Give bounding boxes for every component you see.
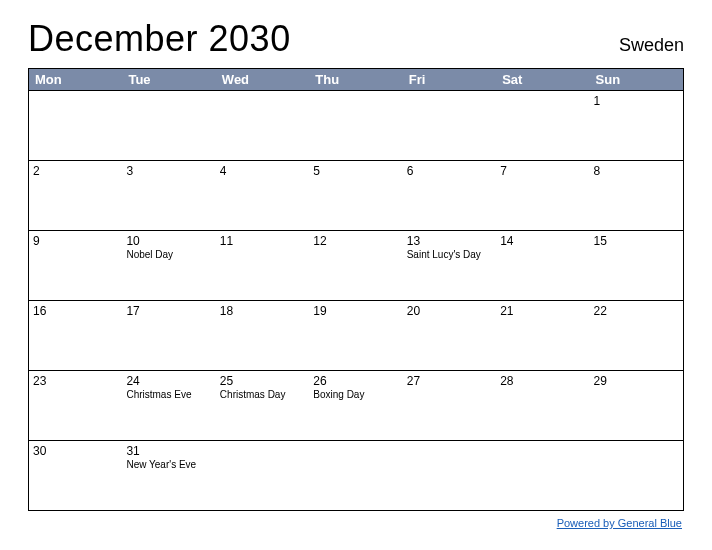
day-number: 7 xyxy=(500,164,585,178)
day-header-fri: Fri xyxy=(403,69,496,90)
calendar-cell: 4 xyxy=(216,160,309,230)
calendar-cell: 9 xyxy=(29,230,122,300)
calendar-cell: 2 xyxy=(29,160,122,230)
calendar-cell: 18 xyxy=(216,300,309,370)
day-header-thu: Thu xyxy=(309,69,402,90)
calendar-header: December 2030 Sweden xyxy=(28,18,684,60)
calendar-cell: 16 xyxy=(29,300,122,370)
calendar-cell xyxy=(216,90,309,160)
calendar-cell: 30 xyxy=(29,440,122,510)
day-number: 16 xyxy=(33,304,118,318)
calendar-cell: 21 xyxy=(496,300,589,370)
day-number: 24 xyxy=(126,374,211,388)
event-label: Christmas Day xyxy=(220,389,305,400)
calendar-cell xyxy=(403,90,496,160)
calendar-cell xyxy=(216,440,309,510)
month-year-title: December 2030 xyxy=(28,18,291,60)
day-number: 21 xyxy=(500,304,585,318)
calendar-cell: 26Boxing Day xyxy=(309,370,402,440)
calendar-cell: 13Saint Lucy's Day xyxy=(403,230,496,300)
day-number: 14 xyxy=(500,234,585,248)
calendar-cell xyxy=(496,440,589,510)
calendar-cell: 31New Year's Eve xyxy=(122,440,215,510)
calendar-cell: 7 xyxy=(496,160,589,230)
day-number: 13 xyxy=(407,234,492,248)
day-number: 25 xyxy=(220,374,305,388)
footer-link[interactable]: Powered by General Blue xyxy=(557,517,682,529)
calendar-grid: 12345678910Nobel Day111213Saint Lucy's D… xyxy=(28,90,684,511)
calendar-cell: 24Christmas Eve xyxy=(122,370,215,440)
calendar-cell: 20 xyxy=(403,300,496,370)
calendar-cell xyxy=(29,90,122,160)
day-number: 20 xyxy=(407,304,492,318)
calendar-cell: 8 xyxy=(590,160,683,230)
day-number: 23 xyxy=(33,374,118,388)
day-number: 27 xyxy=(407,374,492,388)
day-number: 9 xyxy=(33,234,118,248)
calendar-cell: 12 xyxy=(309,230,402,300)
calendar-cell xyxy=(403,440,496,510)
day-number: 8 xyxy=(594,164,679,178)
day-number: 18 xyxy=(220,304,305,318)
day-number: 29 xyxy=(594,374,679,388)
calendar-cell: 1 xyxy=(590,90,683,160)
day-number: 26 xyxy=(313,374,398,388)
calendar-cell: 29 xyxy=(590,370,683,440)
day-number: 6 xyxy=(407,164,492,178)
calendar-cell: 3 xyxy=(122,160,215,230)
calendar-cell xyxy=(309,440,402,510)
day-header-wed: Wed xyxy=(216,69,309,90)
calendar-cell xyxy=(309,90,402,160)
day-header-tue: Tue xyxy=(122,69,215,90)
calendar-cell xyxy=(122,90,215,160)
day-header-sat: Sat xyxy=(496,69,589,90)
event-label: Nobel Day xyxy=(126,249,211,260)
day-number: 15 xyxy=(594,234,679,248)
calendar-cell: 14 xyxy=(496,230,589,300)
day-number: 4 xyxy=(220,164,305,178)
day-headers-row: Mon Tue Wed Thu Fri Sat Sun xyxy=(28,68,684,90)
day-number: 2 xyxy=(33,164,118,178)
event-label: Christmas Eve xyxy=(126,389,211,400)
day-number: 12 xyxy=(313,234,398,248)
day-number: 17 xyxy=(126,304,211,318)
day-header-sun: Sun xyxy=(590,69,683,90)
day-number: 5 xyxy=(313,164,398,178)
calendar-cell: 6 xyxy=(403,160,496,230)
calendar-cell: 11 xyxy=(216,230,309,300)
calendar-cell: 28 xyxy=(496,370,589,440)
event-label: Boxing Day xyxy=(313,389,398,400)
region-label: Sweden xyxy=(619,35,684,56)
calendar-cell: 23 xyxy=(29,370,122,440)
day-number: 31 xyxy=(126,444,211,458)
calendar-cell: 10Nobel Day xyxy=(122,230,215,300)
day-number: 30 xyxy=(33,444,118,458)
calendar-cell: 22 xyxy=(590,300,683,370)
calendar-cell: 27 xyxy=(403,370,496,440)
calendar-cell: 19 xyxy=(309,300,402,370)
calendar-cell: 17 xyxy=(122,300,215,370)
calendar-cell: 5 xyxy=(309,160,402,230)
calendar-cell xyxy=(496,90,589,160)
event-label: Saint Lucy's Day xyxy=(407,249,492,260)
footer: Powered by General Blue xyxy=(28,517,684,529)
day-number: 22 xyxy=(594,304,679,318)
event-label: New Year's Eve xyxy=(126,459,211,470)
day-number: 3 xyxy=(126,164,211,178)
day-number: 11 xyxy=(220,234,305,248)
day-number: 10 xyxy=(126,234,211,248)
day-header-mon: Mon xyxy=(29,69,122,90)
calendar-cell xyxy=(590,440,683,510)
day-number: 19 xyxy=(313,304,398,318)
day-number: 1 xyxy=(594,94,679,108)
calendar-cell: 15 xyxy=(590,230,683,300)
calendar-cell: 25Christmas Day xyxy=(216,370,309,440)
day-number: 28 xyxy=(500,374,585,388)
